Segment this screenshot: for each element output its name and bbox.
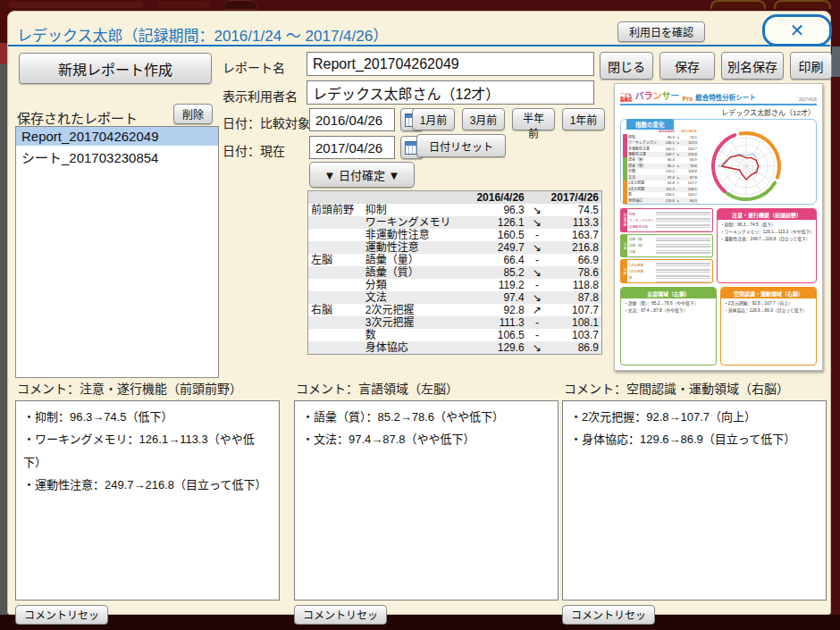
trend-icon: - [527,329,547,341]
score-table-body: 2016/4/26 2017/4/26 前頭前野抑制96.3↘74.5ワーキング… [308,191,602,355]
preview-mini-row: 語彙（質） [629,243,710,248]
row-value-compare: 111.3 [470,316,526,329]
trend-icon: ↘ [527,216,547,229]
row-group [308,279,363,291]
date-confirm-button[interactable]: ▼ 日付確定 ▼ [309,162,415,188]
preview-bullet-line: ・2次元把握：92.8→107.7（向上） [724,300,813,307]
comment-reset-button[interactable]: コメントリセット [15,605,108,625]
three-months-ago-button[interactable]: 3月前 [462,108,505,130]
preview-logo-small: こども脳機能 [620,93,633,102]
comment-label: コメント：言語領域（左脳） [296,379,559,397]
preview-bullet-line: ・身体協応：129.6→86.9（目立って低下） [724,307,813,315]
date-reset-button[interactable]: 日付リセット [416,134,506,157]
table-row: 左脳語彙（量）66.4-66.9 [308,254,602,266]
save-as-button[interactable]: 別名保存 [721,52,784,80]
preview-language-box: 言語領域（左脳） ・語彙（質）：85.2→78.6（やや低下）・文法：97.4→… [620,287,717,365]
saved-report-item[interactable]: Report_201704262049 [16,127,218,146]
comment-textarea[interactable]: ・2次元把握：92.8→107.7（向上）・身体協応：129.6→86.9（目立… [562,400,827,601]
row-value-compare: 249.7 [470,241,526,254]
comment-textarea[interactable]: ・抑制：96.3→74.5（低下）・ワーキングメモリ：126.1→113.3（や… [15,400,280,601]
table-row: 右脳2次元把握92.8↗107.7 [308,304,602,316]
preview-mini-box: 左脳語彙（量）語彙（質）分類文法 [620,234,713,258]
close-icon: ✕ [790,21,805,40]
trend-icon: ↘ [527,266,547,279]
preview-table-row: 身体協応129.6↘86.9 [623,197,698,204]
row-value-compare: 92.8 [470,304,526,316]
row-group [308,316,363,329]
row-name: 抑制 [363,204,471,216]
compare-date-input[interactable] [309,108,395,131]
table-row: 分類119.2-118.8 [308,279,602,291]
compare-date-label: 日付：比較対象 [223,113,310,131]
comment-reset-button[interactable]: コメントリセット [562,605,655,625]
background-window-tab [774,0,831,9]
comment-line: ・ワーキングメモリ：126.1→113.3（やや低下） [23,428,272,474]
row-name: 身体協応 [363,341,471,355]
comment-label: コメント：空間認識・運動領域（右脳） [564,379,827,397]
half-year-ago-button[interactable]: 半年前 [512,108,555,130]
row-value-compare: 160.5 [470,229,526,241]
background-app-edge [0,64,7,615]
row-value-compare: 106.5 [470,329,526,341]
preview-mini-box-label: 右脳 [621,260,627,282]
background-app-edge [832,46,840,77]
row-group [308,241,363,254]
trend-icon: ↘ [527,291,547,304]
comment-label: コメント：注意・遂行機能（前頭前野） [17,379,280,397]
row-value-compare: 126.1 [470,216,526,229]
preview-mini-row: 3次元把握 [629,268,710,273]
saved-report-item[interactable]: シート_201703230854 [16,146,218,168]
table-row: 文法97.4↘87.8 [308,291,602,304]
table-row: 語彙（質）85.2↘78.6 [308,266,602,279]
row-value-current: 216.8 [547,241,601,254]
saved-reports-label: 保存されたレポート [17,108,138,127]
column-header-compare: 2016/4/26 [470,191,526,205]
current-date-input[interactable] [309,136,395,159]
trend-icon: - [527,279,547,291]
one-year-ago-button[interactable]: 1年前 [562,108,605,130]
row-value-current: 86.9 [547,341,601,355]
row-value-current: 78.6 [547,266,601,279]
trend-icon: - [527,254,547,266]
comment-line: ・文法：97.4→87.8（やや低下） [302,428,550,450]
current-date-label: 日付：現在 [223,141,285,159]
print-button[interactable]: 印刷 [790,52,832,80]
preview-mini-row: 数 [629,274,710,280]
row-name: 文法 [363,291,471,304]
preview-mini-row: 運動性注意 [629,230,710,232]
preview-chart-tab: 指数の変化 [626,119,674,130]
delete-report-button[interactable]: 削除 [173,104,213,124]
comment-line: ・語彙（質）：85.2→78.6（やや低下） [302,406,550,428]
preview-bullet-line: ・ワーキングメモリ：126.1→113.3（やや低下） [720,229,813,236]
preview-mini-box-label: 左脳 [621,235,627,257]
row-value-current: 163.7 [547,229,601,241]
preview-mini-row: 分類 [629,249,710,255]
row-value-compare: 96.3 [470,204,526,216]
display-user-input[interactable] [307,80,594,105]
preview-chart-section: 指数の変化 2016/4/262017/4/26抑制96.3↘74.5ワーキング… [620,119,817,205]
comment-textarea[interactable]: ・語彙（質）：85.2→78.6（やや低下）・文法：97.4→87.8（やや低下… [294,400,559,601]
preview-spatial-box: 空間認識・運動領域（右脳） ・2次元把握：92.8→107.7（向上）・身体協応… [720,287,817,365]
row-group [308,229,363,241]
comment-reset-button[interactable]: コメントリセット [294,605,387,625]
close-button[interactable]: ✕ [762,14,832,46]
dialog-title: レデックス太郎（記録期間：2016/1/24 〜 2017/4/26） [17,23,388,46]
row-group [308,329,363,341]
trend-icon: - [527,229,547,241]
one-month-ago-button[interactable]: 1月前 [412,108,455,130]
saved-reports-list[interactable]: Report_201704262049シート_201703230854 [15,126,219,378]
row-name: 運動性注意 [363,241,471,254]
save-button[interactable]: 保存 [659,52,715,80]
preview-mini-row: 文法 [629,256,710,258]
new-report-button[interactable]: 新規レポート作成 [19,53,212,84]
row-name: 語彙（質） [363,266,471,279]
table-row: 運動性注意249.7↘216.8 [308,241,602,254]
quick-date-buttons: 1月前3月前半年前1年前 [412,108,614,130]
report-name-input[interactable] [307,52,594,76]
check-usage-button[interactable]: 利用日を確認 [617,21,705,42]
dialog-close-button[interactable]: 閉じる [600,52,653,80]
title-divider [8,45,830,46]
trend-icon: ↗ [527,304,547,316]
row-group: 左脳 [308,254,363,266]
preview-bullet-line: ・抑制：96.3→74.5（低下） [720,222,813,229]
